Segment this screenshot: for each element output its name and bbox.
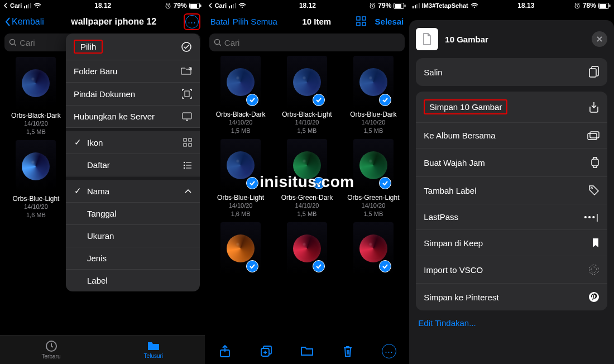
menu-view-list[interactable]: Daftar [66,154,200,176]
svg-point-13 [184,161,185,162]
action-vsco[interactable]: Import to VSCO [416,256,607,284]
bookmark-icon [592,238,599,248]
svg-point-37 [589,265,598,275]
menu-sort-name[interactable]: ✓Nama [66,180,200,203]
file-size: 1,5 MB [363,210,383,218]
action-save-images[interactable]: Simpan 10 Gambar [416,92,607,123]
cancel-button[interactable]: Batal [210,17,229,26]
status-bar: Cari 18.12 79% [0,0,205,11]
file-cell[interactable] [276,222,339,277]
file-cell[interactable]: Orbs-Black-Dark 14/10/20 1,5 MB [209,56,272,135]
file-cell[interactable]: Orbs-Black-Light 14/10/20 1,5 MB [276,56,339,135]
more-button[interactable]: ⋯ [184,13,200,30]
action-shared-album[interactable]: Ke Album Bersama [416,123,607,149]
svg-rect-21 [357,17,360,20]
wifi-icon [33,3,41,8]
menu-connect-server[interactable]: Hubungkan ke Server [66,106,200,128]
svg-point-25 [214,40,219,45]
action-add-tag[interactable]: Tambah Label [416,177,607,204]
duplicate-button[interactable] [259,344,274,358]
more-button[interactable]: ⋯ [382,344,396,358]
file-name: Orbs-Green-Dark [281,194,333,202]
action-lastpass[interactable]: LastPass •••| [416,204,607,230]
svg-rect-23 [357,22,360,26]
scan-icon [182,89,192,99]
edit-actions-button[interactable]: Edit Tindakan... [416,310,607,336]
clock: 18.12 [299,2,316,9]
file-name: Orbs-Black-Light [282,111,332,118]
signal-icon [24,3,31,8]
close-button[interactable] [592,31,607,47]
select-all-button[interactable]: Pilih Semua [233,17,277,26]
svg-rect-20 [405,4,406,7]
battery-icon [598,3,611,9]
lastpass-icon: •••| [584,212,599,222]
carrier: Cari [10,2,22,9]
search-icon [214,39,221,46]
action-watch-face[interactable]: Buat Wajah Jam [416,149,607,177]
move-folder-button[interactable] [300,344,314,358]
svg-point-15 [184,167,185,168]
battery-icon [189,3,202,9]
file-cell[interactable]: Orbs-Blue-Dark 14/10/20 1,5 MB [342,56,405,135]
menu-sort-label[interactable]: Label [66,270,200,291]
menu-scan-document[interactable]: Pindai Dokumen [66,83,200,106]
search-input[interactable] [224,38,400,47]
grid-view-icon[interactable] [356,16,366,26]
menu-sort-date[interactable]: Tanggal [66,203,200,225]
carrier: IM3#TetapSehat [422,2,468,9]
back-button[interactable]: Kembali [4,17,44,27]
action-keep[interactable]: Simpan di Keep [416,230,607,256]
back-label: Kembali [12,17,44,27]
file-cell[interactable]: Orbs-Blue-Light 14/10/20 1,6 MB [209,139,272,218]
file-cell[interactable]: Orbs-Blue-Light 14/10/20 1,6 MB [4,140,68,219]
signal-icon [412,3,420,8]
file-cell[interactable] [342,222,405,277]
menu-select[interactable]: Pilih [66,33,200,60]
menu-view-icons[interactable]: ✓Ikon [66,131,200,154]
done-button[interactable]: Selesai [375,17,404,26]
file-date: 14/10/20 [295,202,319,209]
file-cell[interactable]: Orbs-Black-Dark 14/10/20 1,5 MB [4,57,68,136]
action-copy[interactable]: Salin [416,58,607,86]
svg-rect-8 [183,113,191,119]
tab-recent[interactable]: Terbaru [42,340,61,360]
share-button[interactable] [218,344,232,358]
screen-share-sheet: IM3#TetapSehat 18.13 78% 10 Gambar Salin [409,0,614,364]
tab-bar: Terbaru Telusuri [0,335,205,364]
download-icon [588,101,599,113]
tag-icon [588,185,599,196]
alarm-icon [369,2,376,9]
file-cell[interactable]: Orbs-Green-Light 14/10/20 1,5 MB [342,139,405,218]
pinterest-icon [588,291,599,303]
file-date: 14/10/20 [24,119,48,127]
svg-point-14 [184,164,185,165]
sheet-title: 10 Gambar [445,35,488,44]
file-date: 14/10/20 [229,118,253,126]
action-pinterest[interactable]: Simpan ke Pinterest [416,284,607,310]
search-bar[interactable] [209,33,405,51]
svg-rect-22 [362,17,366,20]
file-date: 14/10/20 [295,118,319,126]
menu-sort-kind[interactable]: Jenis [66,247,200,270]
toolbar: ⋯ [205,338,410,364]
menu-new-folder[interactable]: Folder Baru [66,60,200,83]
file-size: 1,5 MB [298,210,317,218]
menu-sort-size[interactable]: Ukuran [66,225,200,247]
file-size: 1,5 MB [26,128,46,136]
signal-icon [229,3,236,8]
file-cell[interactable] [209,222,272,277]
clock-icon [45,340,57,352]
file-grid: Orbs-Black-Dark 14/10/20 1,5 MB Orbs-Bla… [205,55,410,281]
share-sheet: 10 Gambar Salin Simpan 10 Gambar Ke Albu… [409,20,614,364]
file-cell[interactable]: Orbs-Green-Dark 14/10/20 1,5 MB [276,139,339,218]
status-bar: Cari 18.12 79% [205,0,410,11]
tab-browse[interactable]: Telusuri [144,341,163,359]
back-caret-icon [3,3,8,8]
shared-album-icon [587,131,599,140]
list-icon [183,161,192,169]
svg-rect-3 [200,4,201,7]
svg-rect-35 [592,159,598,166]
carrier: Cari [215,2,227,9]
delete-button[interactable] [340,344,355,358]
